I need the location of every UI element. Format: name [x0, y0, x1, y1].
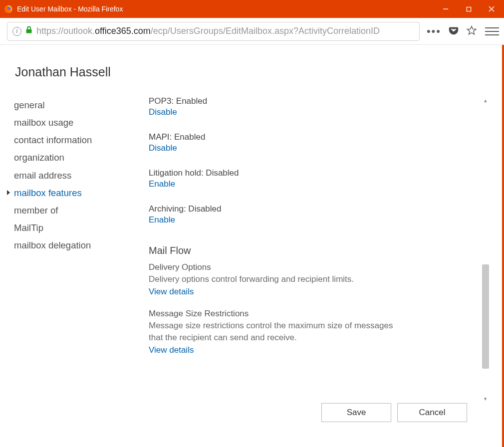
bookmark-star-icon[interactable] [466, 25, 477, 37]
cancel-button[interactable]: Cancel [397, 403, 467, 422]
sidenav-item-mailbox-delegation[interactable]: mailbox delegation [14, 236, 129, 254]
svg-rect-3 [467, 7, 471, 11]
url-path: /ecp/UsersGroups/EditMailbox.aspx?Activi… [151, 26, 380, 36]
window-right-edge [502, 45, 504, 447]
setting-block: Litigation hold: DisabledEnable [149, 168, 478, 189]
sidenav-item-label: general [14, 96, 45, 114]
setting-action-link[interactable]: Enable [149, 179, 478, 189]
sidenav-item-mailbox-usage[interactable]: mailbox usage [14, 114, 129, 131]
setting-label: Litigation hold: Disabled [149, 168, 478, 178]
sidenav-item-label: organization [14, 149, 64, 166]
side-nav: generalmailbox usagecontact informationo… [14, 96, 129, 438]
sidenav-item-member-of[interactable]: member of [14, 202, 129, 219]
page-actions-icon[interactable]: ••• [427, 25, 441, 38]
setting-action-link[interactable]: Disable [149, 107, 478, 117]
sidenav-item-label: mailbox features [14, 184, 82, 202]
footer-buttons: Save Cancel [321, 403, 467, 422]
lock-icon [25, 26, 32, 36]
sidenav-item-contact-information[interactable]: contact information [14, 131, 129, 149]
sidenav-item-label: mailbox usage [14, 114, 73, 131]
setting-label: POP3: Enabled [149, 96, 478, 106]
scroll-down-arrow[interactable]: ▾ [484, 395, 487, 403]
sidenav-item-label: mailbox delegation [14, 236, 91, 254]
setting-label: MAPI: Enabled [149, 132, 478, 142]
sidenav-item-organization[interactable]: organization [14, 149, 129, 166]
window-title: Edit User Mailbox - Mozilla Firefox [17, 5, 434, 13]
view-details-link[interactable]: View details [149, 345, 478, 355]
firefox-icon [4, 4, 13, 13]
setting-action-link[interactable]: Enable [149, 215, 478, 225]
sidenav-item-label: member of [14, 202, 58, 219]
sidenav-item-label: MailTip [14, 219, 43, 236]
svg-rect-6 [26, 29, 32, 33]
setting-block: Archiving: DisabledEnable [149, 204, 478, 225]
site-info-icon[interactable]: i [12, 27, 21, 36]
address-bar-row: i https://outlook.office365.com/ecp/User… [0, 18, 504, 45]
minimize-button[interactable] [434, 0, 457, 18]
mailflow-group: Delivery OptionsDelivery options control… [149, 262, 478, 297]
close-button[interactable] [480, 0, 503, 18]
menu-button[interactable] [485, 24, 499, 38]
sidenav-item-MailTip[interactable]: MailTip [14, 219, 129, 236]
scroll-thumb[interactable] [482, 264, 489, 369]
setting-action-link[interactable]: Disable [149, 143, 478, 153]
mailflow-group-title: Message Size Restrictions [149, 309, 478, 319]
mail-flow-heading: Mail Flow [149, 245, 478, 256]
url-scheme: https://outlook. [36, 26, 95, 36]
mailflow-group-desc: Message size restrictions control the ma… [149, 320, 398, 344]
pocket-icon[interactable] [448, 25, 459, 37]
window-controls [434, 0, 503, 18]
vertical-scrollbar[interactable]: ▴ ▾ [481, 96, 490, 403]
svg-marker-7 [467, 26, 476, 34]
maximize-button[interactable] [457, 0, 480, 18]
sidenav-item-general[interactable]: general [14, 96, 129, 114]
sidenav-item-label: contact information [14, 131, 92, 149]
sidenav-item-email-address[interactable]: email address [14, 167, 129, 184]
url-box[interactable]: i https://outlook.office365.com/ecp/User… [7, 22, 420, 41]
layout: generalmailbox usagecontact informationo… [14, 96, 490, 438]
scroll-track[interactable] [481, 105, 490, 395]
setting-label: Archiving: Disabled [149, 204, 478, 214]
url-text: https://outlook.office365.com/ecp/UsersG… [36, 26, 380, 36]
titlebar: Edit User Mailbox - Mozilla Firefox [0, 0, 504, 18]
mailflow-group-title: Delivery Options [149, 262, 478, 272]
address-bar-actions: ••• [427, 25, 477, 38]
scroll-area: POP3: EnabledDisableMAPI: EnabledDisable… [149, 96, 478, 403]
page-content: Jonathan Hassell generalmailbox usagecon… [0, 45, 504, 447]
url-host: office365.com [95, 26, 151, 36]
setting-block: MAPI: EnabledDisable [149, 132, 478, 153]
save-button[interactable]: Save [321, 403, 391, 422]
scroll-up-arrow[interactable]: ▴ [484, 96, 487, 105]
view-details-link[interactable]: View details [149, 287, 478, 297]
mailflow-group: Message Size RestrictionsMessage size re… [149, 309, 478, 355]
setting-block: POP3: EnabledDisable [149, 96, 478, 117]
page-title: Jonathan Hassell [14, 65, 490, 79]
sidenav-item-label: email address [14, 167, 71, 184]
mailflow-group-desc: Delivery options control forwarding and … [149, 273, 398, 286]
sidenav-item-mailbox-features[interactable]: mailbox features [14, 184, 129, 202]
active-marker-icon [7, 190, 10, 195]
main-panel: POP3: EnabledDisableMAPI: EnabledDisable… [149, 96, 490, 438]
